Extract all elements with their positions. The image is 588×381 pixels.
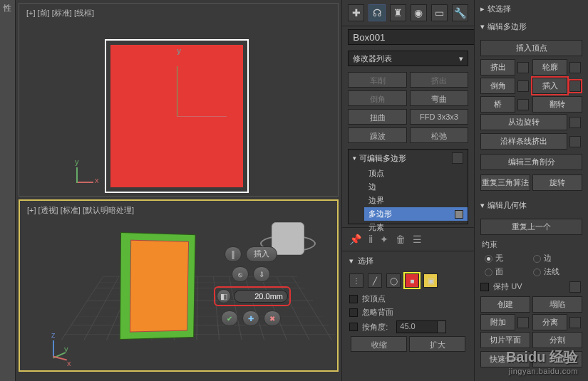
stack-polygon[interactable]: 多边形 [364, 207, 468, 221]
stack-header[interactable]: ▾ 可编辑多边形 [349, 150, 468, 167]
configure-sets-icon[interactable]: ☰ [413, 234, 422, 245]
stack-element[interactable]: 元素 [364, 221, 468, 234]
caddy-ok-icon[interactable]: ✔ [221, 310, 238, 326]
hinge-settings-icon[interactable] [569, 117, 581, 128]
selected-polygon[interactable] [130, 240, 189, 333]
bevel-settings-icon[interactable] [517, 80, 529, 92]
subobj-edge-icon[interactable]: ╱ [368, 273, 382, 288]
modify-tab-icon[interactable]: ☊ [368, 4, 385, 21]
constraint-normal-radio[interactable]: 法线 [533, 266, 578, 277]
utilities-tab-icon[interactable]: 🔧 [452, 4, 468, 21]
edit-poly-rollout[interactable]: ▾ 编辑多边形 [475, 18, 588, 36]
detach-settings-icon[interactable] [569, 317, 581, 328]
hierarchy-tab-icon[interactable]: ♜ [390, 4, 406, 21]
stack-expand-icon[interactable]: ▾ [353, 155, 356, 162]
viewport-front-label[interactable]: [+] [前] [标准] [线框] [19, 4, 338, 23]
box-face-front[interactable]: y [110, 45, 243, 187]
quickslice-button[interactable]: 快速切片 [480, 351, 530, 367]
show-end-result-icon[interactable]: ⅱ [368, 234, 373, 245]
attach-settings-icon[interactable] [517, 317, 529, 328]
stack-border[interactable]: 边界 [364, 194, 468, 207]
flip-button[interactable]: 翻转 [532, 96, 582, 113]
extrude-spline-settings-icon[interactable] [569, 136, 581, 147]
turn-button[interactable]: 旋转 [532, 174, 582, 191]
bridge-settings-icon[interactable] [517, 99, 529, 110]
shrink-button[interactable]: 收缩 [351, 336, 407, 352]
split-button[interactable]: 分割 [532, 332, 582, 348]
caddy-prev-icon[interactable]: ⎋ [232, 266, 249, 282]
subobj-polygon-icon[interactable]: ■ [405, 273, 419, 288]
mod-bevel-button[interactable]: 倒角 [348, 90, 407, 106]
side-tab[interactable]: 性 [0, 0, 16, 381]
attach-button[interactable]: 附加 [480, 314, 515, 330]
modifier-stack[interactable]: ▾ 可编辑多边形 顶点 边 边界 多边形 元素 [348, 149, 468, 224]
collapse-button[interactable]: 塌陷 [532, 296, 582, 313]
slice-plane-button[interactable]: 切片平面 [480, 332, 530, 348]
mod-noise-button[interactable]: 躁波 [348, 127, 407, 143]
inset-button[interactable]: 插入 [532, 78, 567, 94]
selection-rollout-header[interactable]: ▾ 选择 [342, 251, 474, 271]
mod-relax-button[interactable]: 松弛 [410, 127, 469, 143]
mod-ffd-button[interactable]: FFD 3x3x3 [410, 109, 469, 125]
mod-twist-button[interactable]: 扭曲 [348, 109, 407, 125]
constraint-edge-radio[interactable]: 边 [533, 253, 578, 263]
subobj-border-icon[interactable]: ◯ [386, 273, 401, 288]
mod-extrude-button[interactable]: 挤出 [410, 72, 469, 88]
preserve-uv-checkbox[interactable] [480, 283, 489, 291]
extrude-button[interactable]: 挤出 [480, 59, 515, 75]
cut-button[interactable]: 切割 [532, 351, 582, 367]
outline-button[interactable]: 轮廓 [532, 59, 567, 75]
display-tab-icon[interactable]: ▭ [431, 4, 448, 21]
by-vertex-checkbox[interactable] [349, 295, 358, 303]
outline-settings-icon[interactable] [569, 62, 581, 73]
grow-button[interactable]: 扩大 [409, 336, 465, 352]
retriangulate-button[interactable]: 重复三角算法 [480, 174, 530, 191]
box-object-persp[interactable] [120, 232, 196, 340]
mod-lathe-button[interactable]: 车削 [348, 72, 407, 88]
constraint-face-radio[interactable]: 面 [485, 266, 530, 277]
by-angle-checkbox[interactable] [349, 323, 358, 331]
extrude-along-spline-button[interactable]: 沿样条线挤出 [480, 133, 567, 150]
detach-button[interactable]: 分离 [532, 314, 567, 330]
caddy-next-icon[interactable]: ⇩ [253, 266, 270, 282]
viewport-perspective[interactable]: [+] [透视] [标准] [默认明暗处理] z y x ║ 插入 ⎋ [19, 199, 339, 372]
stack-toggle-icon[interactable] [452, 152, 463, 164]
stack-vertex[interactable]: 顶点 [364, 167, 468, 180]
hinge-button[interactable]: 从边旋转 [480, 114, 567, 130]
subobj-element-icon[interactable]: ▣ [423, 273, 438, 288]
soft-selection-rollout[interactable]: ▸ 软选择 [475, 0, 588, 18]
caddy-mode-icon[interactable]: ║ [225, 246, 242, 262]
caddy-apply-icon[interactable]: ✚ [242, 310, 259, 326]
create-tab-icon[interactable]: ✚ [348, 4, 364, 21]
box-outer-front[interactable]: y [105, 39, 249, 193]
mod-bend-button[interactable]: 弯曲 [410, 90, 469, 106]
insert-vertex-button[interactable]: 插入顶点 [480, 40, 582, 56]
create-button[interactable]: 创建 [480, 296, 530, 313]
stack-edge[interactable]: 边 [364, 180, 468, 194]
edit-geometry-rollout[interactable]: ▾ 编辑几何体 [475, 197, 588, 214]
transform-gizmo-front[interactable] [177, 116, 177, 117]
motion-tab-icon[interactable]: ◉ [411, 4, 427, 21]
repeat-last-button[interactable]: 重复上一个 [480, 219, 582, 235]
by-angle-spinner[interactable]: 45.0 [396, 320, 446, 333]
ignore-backface-checkbox[interactable] [349, 308, 358, 317]
inset-settings-icon[interactable] [569, 80, 581, 92]
bevel-button[interactable]: 倒角 [480, 78, 515, 94]
subobj-vertex-icon[interactable]: ⋮ [349, 273, 363, 288]
edit-tri-button[interactable]: 编辑三角剖分 [480, 154, 582, 170]
bridge-button[interactable]: 桥 [480, 96, 515, 113]
pin-stack-icon[interactable]: 📌 [349, 234, 361, 245]
caddy-amount-input[interactable]: 20.0mm [234, 290, 288, 303]
preserve-uv-settings-icon[interactable] [569, 281, 581, 293]
extrude-settings-icon[interactable] [517, 62, 529, 73]
remove-modifier-icon[interactable]: 🗑 [396, 234, 406, 245]
make-unique-icon[interactable]: ✦ [380, 234, 388, 245]
chevron-down-icon: ▾ [459, 54, 463, 63]
constraint-none-radio[interactable]: 无 [485, 253, 530, 263]
object-name-input[interactable] [348, 29, 478, 45]
viewport-front[interactable]: [+] [前] [标准] [线框] y y x [19, 3, 339, 197]
caddy-amount-icon[interactable]: ◧ [217, 289, 231, 303]
modifier-list-dropdown[interactable]: 修改器列表▾ [348, 51, 468, 66]
caddy-cancel-icon[interactable]: ✖ [264, 310, 281, 326]
viewport-persp-label[interactable]: [+] [透视] [标准] [默认明暗处理] [20, 201, 337, 220]
